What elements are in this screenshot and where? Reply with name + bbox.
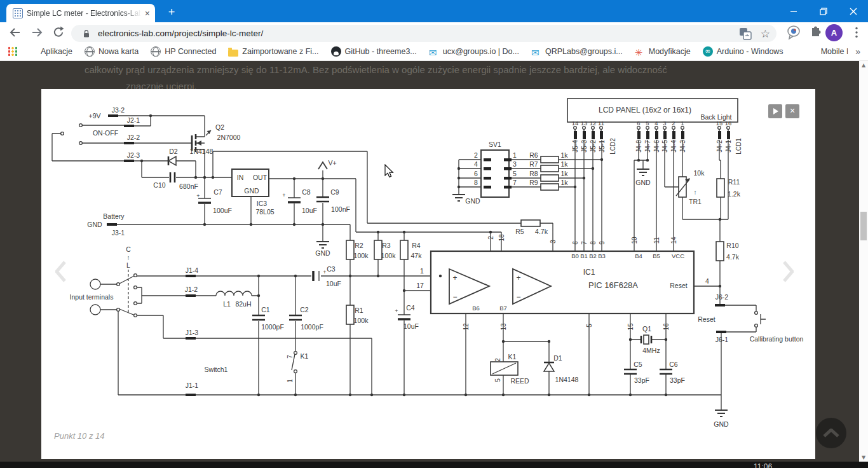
schematic-label: 13 — [581, 120, 588, 127]
schematic-label: GND — [315, 249, 330, 257]
bookmark-item[interactable]: Zaimportowane z Fi... — [228, 47, 318, 57]
extensions-puzzle-icon[interactable] — [807, 24, 824, 40]
tab-close-icon[interactable]: × — [145, 8, 150, 18]
schematic-label: 4 — [654, 120, 658, 127]
schematic-label: R1 — [355, 306, 363, 314]
extension-bubble-icon[interactable] — [785, 24, 802, 40]
bookmark-label: HP Connected — [165, 47, 216, 56]
schematic-label: ↑ — [694, 189, 697, 196]
scrollbar-thumb[interactable] — [860, 212, 867, 240]
close-icon — [850, 8, 857, 15]
schematic-label: 4 — [474, 160, 478, 168]
schematic-label: D2 — [169, 148, 178, 155]
schematic-label: K1 — [508, 353, 517, 361]
folder-icon — [228, 50, 238, 57]
window-minimize-button[interactable] — [778, 0, 808, 22]
schematic-label: B7 — [499, 305, 507, 312]
schematic-label: +9V — [89, 112, 101, 120]
prev-image-chevron[interactable] — [55, 261, 67, 282]
lightbox-close-button[interactable]: × — [785, 104, 799, 118]
bookmark-item[interactable]: Mobile Broadband — [821, 47, 848, 56]
schematic-label: 82uH — [235, 300, 251, 308]
bookmark-label: QRPLabs@groups.i... — [545, 47, 623, 56]
schematic-label: 4 — [705, 277, 709, 285]
scrollbar-up-arrow[interactable]: ▲ — [859, 62, 868, 68]
menu-kebab-icon[interactable] — [848, 24, 865, 41]
bookmark-label: Mobile Broadband — [821, 47, 848, 56]
schematic-label: 8 — [474, 179, 478, 186]
bookmark-item[interactable]: ucx@groups.io | Do... — [429, 46, 519, 57]
bookmark-label: Arduino - Windows — [717, 47, 783, 56]
schematic-label: + — [323, 269, 326, 275]
apps-grid-icon[interactable] — [8, 46, 18, 57]
schematic-label: VCC — [672, 252, 684, 259]
taskbar-sliver: 11:06 — [0, 462, 868, 468]
schematic-label: C9 — [330, 188, 339, 196]
lock-icon[interactable] — [81, 29, 92, 39]
schematic-label: Reset — [698, 315, 715, 323]
schematic-label: L — [126, 261, 130, 269]
schematic-label: J5-3 — [581, 140, 588, 153]
translate-icon[interactable] — [739, 27, 752, 40]
schematic-label: 5 — [646, 120, 649, 127]
schematic-label: 47k — [411, 252, 423, 259]
schematic-label: J4-5 — [661, 140, 668, 153]
bookmark-item[interactable]: QRPLabs@groups.i... — [531, 46, 623, 57]
next-image-chevron[interactable] — [782, 261, 794, 282]
schematic-label: 1 — [287, 379, 294, 383]
schematic-label: 7 — [581, 241, 588, 245]
schematic-label: 1000pF — [301, 323, 323, 331]
bookmark-item[interactable]: Aplikacje — [27, 46, 72, 57]
schematic-label: J4-7 — [644, 140, 651, 153]
browser-tab[interactable]: Simple LC meter - Electronics-Lab × — [6, 4, 155, 22]
schematic-label: 1k — [560, 179, 568, 186]
bookmarks-overflow-chevron[interactable]: » — [855, 46, 860, 57]
schematic-label: R6 — [529, 151, 538, 159]
taskbar-clock: 11:06 — [754, 462, 772, 468]
page-scrollbar[interactable]: ▲ ▼ — [859, 61, 868, 462]
bookmark-item[interactable]: Arduino - Windows — [703, 46, 783, 57]
bookmark-label: Modyfikacje — [649, 47, 691, 56]
schematic-label: J1-1 — [186, 382, 199, 389]
schematic-label: R2 — [355, 242, 363, 249]
apps-icon — [27, 46, 37, 57]
schematic-label: J1-2 — [185, 286, 198, 293]
scroll-to-top-button[interactable] — [816, 418, 846, 448]
schematic-label: C4 — [406, 304, 415, 312]
schematic-label: J6-1 — [715, 336, 729, 343]
schematic-label: B1 — [580, 252, 588, 259]
back-button[interactable] — [6, 24, 24, 41]
profile-avatar[interactable]: A — [825, 24, 843, 41]
schematic-label: 2 — [474, 151, 478, 159]
url-bar[interactable]: electronics-lab.com/project/simple-lc-me… — [71, 25, 776, 42]
new-tab-button[interactable]: + — [163, 4, 180, 20]
bookmark-item[interactable]: Modyfikacje — [635, 46, 691, 57]
schematic-label: 1.2k — [728, 190, 741, 198]
schematic-label: 6 — [474, 170, 478, 177]
slideshow-play-button[interactable] — [768, 104, 782, 118]
bookmark-item[interactable]: HP Connected — [151, 46, 216, 57]
schematic-label: ON-OFF — [93, 129, 118, 137]
bookmarks-bar: AplikacjeNowa kartaHP ConnectedZaimporto… — [0, 43, 868, 61]
bookmark-star-icon[interactable]: ☆ — [761, 27, 770, 40]
reload-button[interactable] — [50, 24, 67, 41]
lightbox: J3-2+9VJ2-1ON-OFFJ2-2J2-3Q22N7000D21N414… — [41, 89, 815, 459]
schematic-label: J2-1 — [127, 116, 140, 124]
schematic-label: 12 — [463, 323, 470, 331]
schematic-label: J4-1 — [725, 140, 732, 153]
schematic-label: J6-2 — [715, 293, 729, 301]
page-text-line: całkowity prąd urządzenia zmniejszy się … — [85, 64, 667, 75]
window-close-button[interactable] — [838, 0, 868, 22]
forward-button[interactable] — [28, 24, 46, 41]
bookmark-item[interactable]: GitHub - threeme3... — [331, 46, 417, 57]
schematic-label: PIC 16F628A — [588, 280, 638, 290]
window-restore-button[interactable] — [808, 0, 838, 22]
schematic-label: OUT — [253, 174, 268, 181]
schematic-label: 680nF — [179, 182, 198, 190]
browser-window: Simple LC meter - Electronics-Lab × + el… — [0, 0, 868, 468]
bookmark-item[interactable]: Nowa karta — [85, 46, 139, 57]
schematic-label: REED — [510, 377, 529, 385]
scrollbar-down-arrow[interactable]: ▼ — [859, 455, 868, 460]
schematic-label: 6 — [637, 120, 640, 127]
github-icon — [331, 46, 341, 57]
